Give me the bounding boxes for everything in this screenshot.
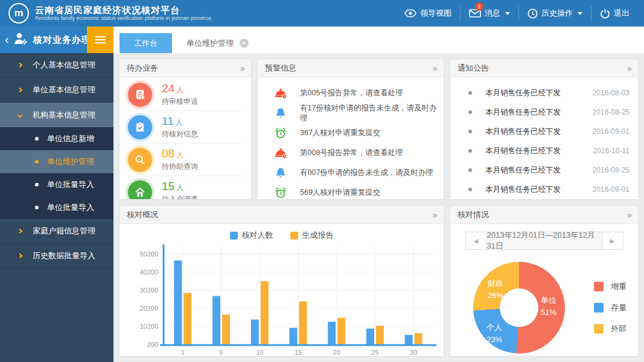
- submenu-item-unit-batch-import-1[interactable]: 单位批量导入: [0, 173, 113, 196]
- todo-count: 15: [162, 180, 174, 192]
- module-header: ‹ 核对业务办理: [0, 27, 113, 53]
- todo-label: 待核对信息: [162, 129, 198, 139]
- back-chevron-icon[interactable]: ‹: [0, 33, 13, 48]
- menu-toggle-button[interactable]: [87, 27, 113, 53]
- tab-workbench[interactable]: 工作台: [120, 33, 172, 53]
- alert-item[interactable]: 第005号报告异常，请查看处理: [273, 83, 439, 103]
- bar-chart-area: 核对人数 生成报告 200102002020030200402005020015…: [120, 224, 444, 357]
- legend-item-increase: 增重: [594, 281, 626, 292]
- leader-view-button[interactable]: 领导视图: [396, 6, 460, 21]
- bullet-icon: [35, 137, 39, 141]
- expand-more-icon[interactable]: »: [240, 63, 245, 72]
- chevron-right-icon: [18, 253, 22, 258]
- expand-more-icon[interactable]: »: [627, 63, 632, 72]
- legend-swatch: [594, 303, 604, 313]
- svg-text:10200: 10200: [139, 323, 158, 330]
- notice-item[interactable]: 本月销售任务已经下发 2016-09-01: [468, 180, 630, 199]
- expand-more-icon[interactable]: »: [433, 210, 438, 219]
- todo-row-survey[interactable]: 15人 待入户调查: [128, 176, 243, 200]
- submenu-item-unit-maintenance[interactable]: 单位维护管理: [0, 150, 113, 173]
- alert-list: 第005号报告异常，请查看处理 有17份核对申请的报告未生成，请及时办理 367…: [258, 77, 444, 200]
- alert-item[interactable]: 569人核对申请重复提交: [273, 183, 439, 200]
- expand-more-icon[interactable]: »: [433, 63, 438, 72]
- bullet-icon: [468, 130, 472, 133]
- prev-arrow-icon[interactable]: ◀: [466, 232, 487, 249]
- legend-item-checked: 核对人数: [230, 230, 273, 241]
- todo-list: 24人 待审核申请 11人 待核对信息: [120, 77, 251, 200]
- alert-item[interactable]: 有007份申请的报告未生成，请及时办理: [273, 163, 439, 183]
- notice-item[interactable]: 本月销售任务已经下发 2016-10-11: [468, 141, 630, 160]
- svg-text:5: 5: [219, 349, 223, 356]
- bullet-icon: [468, 91, 472, 95]
- donut-chart-area: 单位 51% 个人 23% 财政 26%: [450, 262, 638, 354]
- svg-text:200: 200: [147, 341, 158, 348]
- svg-text:1: 1: [180, 349, 184, 356]
- main-content: 待办业务 » 24人 待审核申请: [113, 53, 644, 362]
- todo-row-assist[interactable]: 08人 待协助查询: [128, 143, 243, 176]
- call-bell-icon: [273, 147, 288, 159]
- svg-text:20200: 20200: [139, 305, 158, 312]
- close-icon[interactable]: ✕: [240, 39, 249, 48]
- document-icon: [128, 83, 152, 107]
- power-icon: [600, 8, 610, 19]
- chevron-down-icon: [578, 12, 582, 15]
- sidebar-item-history-import[interactable]: 历史数据批量导入: [0, 244, 113, 268]
- header-actions: 领导视图 2 消息 历史操作 退出: [396, 0, 638, 27]
- sidebar-item-unit-info[interactable]: 单位基本信息管理: [0, 78, 113, 103]
- svg-text:15: 15: [294, 349, 301, 356]
- slice-label-unit: 单位 51%: [541, 294, 556, 318]
- alert-item[interactable]: 第008号报告异常，请查看处理: [273, 143, 439, 163]
- next-arrow-icon[interactable]: ▶: [602, 232, 623, 249]
- top-header: m 云南省居民家庭经济状况核对平台 Residents family econo…: [0, 0, 644, 27]
- submenu-item-unit-add[interactable]: 单位信息新增: [0, 127, 113, 150]
- home-icon: [128, 180, 152, 200]
- bell-icon: [273, 107, 288, 119]
- alert-item[interactable]: 367人核对申请重复提交: [273, 123, 439, 143]
- submenu-item-unit-batch-import-2[interactable]: 单位批量导入: [0, 196, 113, 219]
- brand: m 云南省居民家庭经济状况核对平台 Residents family econo…: [8, 3, 211, 24]
- tab-unit-maintenance[interactable]: 单位维护管理 ✕: [172, 33, 263, 53]
- logout-button[interactable]: 退出: [591, 6, 638, 21]
- chevron-right-icon: [18, 63, 22, 68]
- module-title: 核对业务办理: [33, 34, 91, 46]
- svg-text:50200: 50200: [139, 250, 158, 258]
- notice-item[interactable]: 本月销售任务已经下发 2016-08-25: [468, 103, 630, 122]
- chevron-down-icon: [505, 12, 510, 15]
- hamburger-icon: [95, 34, 106, 45]
- history-button[interactable]: 历史操作: [518, 6, 591, 21]
- notice-item[interactable]: 本月销售任务已经下发 2016-08-03: [468, 83, 630, 103]
- bullet-icon: [468, 110, 472, 114]
- legend-item-reports: 生成报告: [290, 230, 334, 241]
- panel-todo: 待办业务 » 24人 待审核申请: [119, 59, 252, 200]
- platform-logo-icon: m: [8, 3, 29, 24]
- todo-row-verify[interactable]: 11人 待核对信息: [128, 110, 243, 143]
- notice-item[interactable]: 本月销售任务已经下发 2016-09-01: [468, 122, 630, 141]
- sub-header: ‹ 核对业务办理 工作台 单位维护管理 ✕: [0, 27, 644, 53]
- bar-chart: 2001020020200302004020050200151015202530: [126, 242, 438, 357]
- messages-button[interactable]: 2 消息: [460, 6, 518, 21]
- svg-text:25: 25: [371, 349, 378, 356]
- tab-strip: 工作台 单位维护管理 ✕: [113, 27, 644, 53]
- todo-row-review[interactable]: 24人 待审核申请: [128, 78, 243, 110]
- panel-title: 核对情况: [457, 209, 489, 220]
- sidebar-item-org-info[interactable]: 机构基本信息管理: [0, 103, 113, 127]
- date-range-label: 2013年12月01日—2013年12月31日: [487, 232, 602, 249]
- bullet-icon: [468, 149, 472, 153]
- legend-swatch: [594, 282, 604, 291]
- svg-text:30: 30: [410, 349, 417, 356]
- sidebar-item-household-info[interactable]: 家庭户籍信息管理: [0, 219, 113, 244]
- notice-list: 本月销售任务已经下发 2016-08-03 本月销售任务已经下发 2016-08…: [450, 77, 638, 199]
- todo-label: 待入户调查: [162, 194, 198, 200]
- slice-label-personal: 个人 23%: [486, 322, 502, 345]
- chevron-right-icon: [18, 229, 22, 233]
- expand-more-icon[interactable]: »: [627, 210, 632, 219]
- panel-title: 通知公告: [457, 63, 489, 74]
- user-gear-icon: [13, 31, 28, 48]
- sidebar-item-personal-info[interactable]: 个人基本信息管理: [0, 53, 113, 78]
- todo-label: 待协助查询: [162, 162, 198, 172]
- notice-item[interactable]: 本月销售任务已经下发 2016-08-25: [468, 160, 630, 180]
- panel-title: 预警信息: [265, 63, 296, 74]
- messages-badge: 2: [475, 2, 483, 11]
- alert-item[interactable]: 有17份核对申请的报告未生成，请及时办理: [273, 103, 439, 123]
- legend-swatch: [230, 232, 238, 240]
